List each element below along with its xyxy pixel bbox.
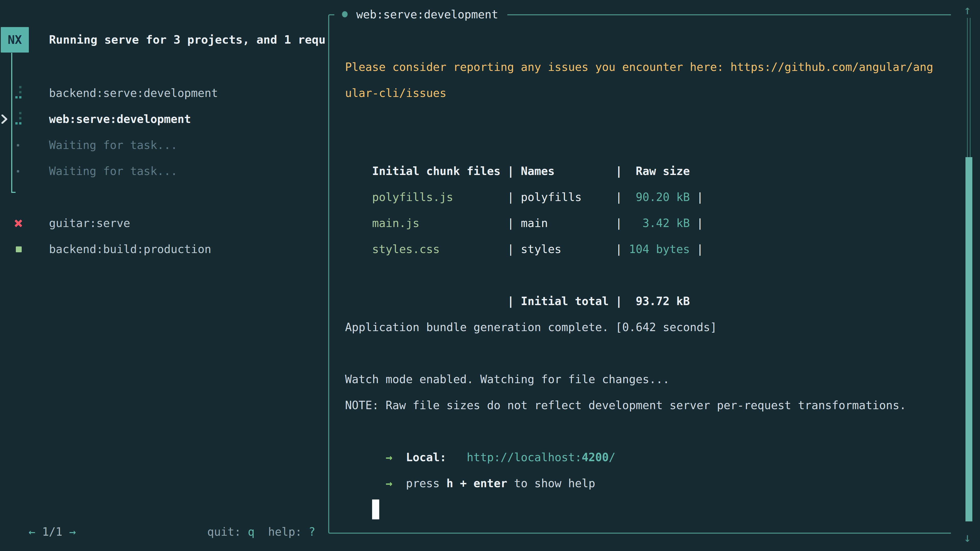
local-url-suffix[interactable]: / <box>609 445 616 470</box>
column-separator: | <box>690 210 703 236</box>
column-separator: | <box>508 158 521 184</box>
column-separator: | <box>609 236 629 262</box>
dot-icon <box>17 144 19 146</box>
task-tree-corner <box>11 192 16 193</box>
scroll-down-arrow-icon[interactable]: ↓ <box>959 529 977 546</box>
quit-key: q <box>248 525 255 538</box>
chunk-name: polyfills <box>521 184 609 210</box>
terminal-line-local: →Local:http://localhost:4200/ <box>345 418 942 445</box>
terminal-line-blank <box>345 106 942 132</box>
terminal-line-issue-2: ular-cli/issues <box>345 80 942 106</box>
arrow-right-icon: → <box>386 470 392 496</box>
pagination: ← 1/1 → <box>15 497 76 520</box>
sidebar-title: Running serve for 3 projects, and 1 requ <box>49 27 325 52</box>
scrollbar-thumb[interactable] <box>966 157 972 521</box>
scrollbar-track[interactable] <box>967 18 970 157</box>
page-right-arrow[interactable]: → <box>69 525 76 538</box>
local-label: Local: <box>406 445 446 470</box>
chunk-size: 90.20 kB <box>629 184 690 210</box>
task-row-web-serve[interactable]: web:serve:development <box>0 106 324 132</box>
x-mark-icon <box>14 219 22 227</box>
col-header-names: Names <box>521 158 609 184</box>
column-separator: | <box>609 210 629 236</box>
chunk-table-header: Initial chunk files| Names | Raw size <box>345 132 942 158</box>
chunk-table-total-row: | Initial total | 93.72 kB <box>345 262 942 288</box>
task-row-waiting-2[interactable]: Waiting for task... <box>0 158 324 184</box>
spinner-dots-icon <box>15 86 23 101</box>
column-separator: | <box>690 184 703 210</box>
task-row-backend-serve[interactable]: backend:serve:development <box>0 80 324 106</box>
spinner-dots-icon <box>15 111 23 127</box>
page-indicator: 1/1 <box>35 525 69 538</box>
terminal-line-note: NOTE: Raw file sizes do not reflect deve… <box>345 392 942 418</box>
chunk-name: styles <box>521 236 609 262</box>
task-label: Waiting for task... <box>49 132 177 158</box>
chunk-size: 104 bytes <box>629 236 690 262</box>
chunk-file: main.js <box>372 210 508 236</box>
terminal-pane-title: web:serve:development <box>334 5 508 24</box>
task-label: backend:build:production <box>49 236 211 262</box>
chunk-size: 3.42 kB <box>629 210 690 236</box>
square-icon <box>16 246 22 252</box>
terminal-line-blank <box>345 340 942 366</box>
help-pre: press <box>406 470 446 496</box>
page-left-arrow[interactable]: ← <box>29 525 35 538</box>
column-separator: | <box>609 184 629 210</box>
arrow-right-icon: → <box>386 445 392 470</box>
help-label: help: <box>255 525 309 538</box>
column-separator: | <box>508 236 521 262</box>
task-label: Waiting for task... <box>49 158 177 184</box>
column-separator: | <box>609 158 629 184</box>
column-separator: | <box>690 236 703 262</box>
local-url-port[interactable]: 4200 <box>582 445 609 470</box>
dot-icon <box>17 170 19 172</box>
terminal-output: Please consider reporting any issues you… <box>345 54 942 496</box>
column-separator: | <box>609 288 629 314</box>
terminal-line-bundle: Application bundle generation complete. … <box>345 314 942 340</box>
terminal-title-text: web:serve:development <box>356 8 498 21</box>
col-header-files: Initial chunk files <box>372 158 508 184</box>
chevron-right-icon <box>1 114 8 124</box>
column-separator: | <box>508 288 521 314</box>
terminal-line-issue-1: Please consider reporting any issues you… <box>345 54 942 80</box>
task-label: web:serve:development <box>49 106 191 132</box>
help-post: to show help <box>508 470 595 496</box>
help-key-combo: h + enter <box>446 470 507 496</box>
task-row-guitar-serve[interactable]: guitar:serve <box>0 210 324 236</box>
task-row-waiting-1[interactable]: Waiting for task... <box>0 132 324 158</box>
task-label: backend:serve:development <box>49 80 218 106</box>
running-dot-icon <box>342 11 348 17</box>
column-separator: | <box>508 184 521 210</box>
total-size: 93.72 kB <box>629 288 690 314</box>
chunk-file: polyfills.js <box>372 184 508 210</box>
keyboard-shortcuts: quit: q help: ? <box>194 497 315 520</box>
terminal-line-watch: Watch mode enabled. Watching for file ch… <box>345 366 942 392</box>
quit-label: quit: <box>207 525 248 538</box>
col-header-size: Raw size <box>629 158 690 184</box>
task-label: guitar:serve <box>49 210 130 236</box>
nx-logo: NX <box>1 27 29 52</box>
total-label: Initial total <box>521 288 609 314</box>
chunk-name: main <box>521 210 609 236</box>
column-separator: | <box>508 210 521 236</box>
task-row-backend-build[interactable]: backend:build:production <box>0 236 324 262</box>
chunk-file: styles.css <box>372 236 508 262</box>
help-key: ? <box>309 525 315 538</box>
terminal-cursor <box>372 499 379 519</box>
scroll-up-arrow-icon[interactable]: ↑ <box>959 1 977 19</box>
local-url[interactable]: http://localhost: <box>467 445 582 470</box>
